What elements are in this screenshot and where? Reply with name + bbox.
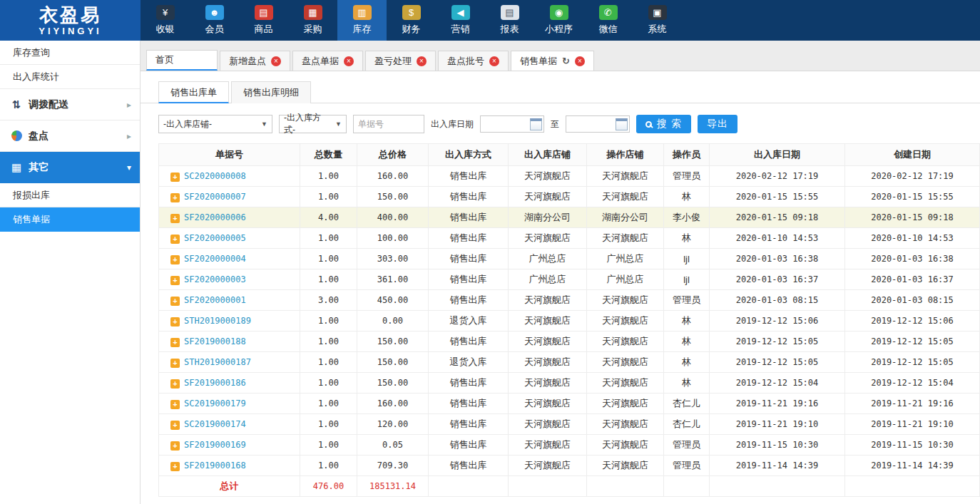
table-row[interactable]: +SF20200000013.00450.00销售出库天河旗舰店天河旗舰店管理员… bbox=[159, 290, 980, 311]
order-number-link[interactable]: SF2020000006 bbox=[184, 212, 246, 222]
table-row[interactable]: +STH20190001871.00150.00退货入库天河旗舰店天河旗舰店林2… bbox=[159, 352, 980, 373]
sidebar-item-inout-stats[interactable]: 出入库统计 bbox=[0, 65, 140, 89]
date-from-input[interactable] bbox=[480, 115, 544, 133]
sidebar-item-stocktake[interactable]: 盘点▸ bbox=[0, 120, 140, 152]
expand-icon[interactable]: + bbox=[170, 173, 180, 182]
close-icon[interactable]: × bbox=[417, 56, 427, 66]
sidebar-item-others[interactable]: ▦其它▾ bbox=[0, 152, 140, 183]
search-button[interactable]: 搜 索 bbox=[636, 115, 691, 133]
tab-new-stocktake[interactable]: 新增盘点× bbox=[220, 51, 290, 71]
expand-icon[interactable]: + bbox=[170, 421, 180, 430]
subtab-sales-out-orders[interactable]: 销售出库单 bbox=[158, 81, 229, 103]
top-nav-item-goods[interactable]: ▤商品 bbox=[239, 0, 288, 41]
cell: ljl bbox=[664, 269, 710, 290]
tab-home[interactable]: 首页 bbox=[146, 50, 218, 71]
cell: 2019-12-12 15:05 bbox=[845, 352, 980, 373]
calendar-icon[interactable] bbox=[530, 118, 542, 130]
cell: 销售出库 bbox=[429, 187, 509, 207]
order-number-link[interactable]: SF2019000186 bbox=[184, 378, 246, 388]
expand-icon[interactable]: + bbox=[170, 317, 180, 326]
order-number-link[interactable]: SF2019000169 bbox=[184, 440, 246, 450]
order-number-link[interactable]: SC2019000174 bbox=[184, 419, 246, 429]
order-number-link[interactable]: SF2020000005 bbox=[184, 233, 246, 243]
cell: 天河旗舰店 bbox=[587, 373, 664, 394]
sidebar-item-inventory-query[interactable]: 库存查询 bbox=[0, 41, 140, 65]
expand-icon[interactable]: + bbox=[170, 338, 180, 347]
sidebar-item-label: 报损出库 bbox=[13, 189, 50, 202]
close-icon[interactable]: × bbox=[489, 56, 499, 66]
expand-icon[interactable]: + bbox=[170, 297, 180, 306]
tab-stocktake-orders[interactable]: 盘点单据× bbox=[292, 51, 363, 71]
subtab-sales-out-detail[interactable]: 销售出库明细 bbox=[231, 81, 311, 103]
top-nav-item-cashier[interactable]: ¥收银 bbox=[141, 0, 190, 41]
cell: 天河旗舰店 bbox=[587, 290, 664, 311]
top-nav-item-report[interactable]: ▤报表 bbox=[485, 0, 534, 41]
top-nav-item-marketing[interactable]: ◀营销 bbox=[436, 0, 485, 41]
cell: 2019-11-14 14:39 bbox=[845, 456, 980, 476]
tab-label: 销售单据 bbox=[520, 55, 557, 68]
tab-profit-loss[interactable]: 盈亏处理× bbox=[365, 51, 436, 71]
export-button[interactable]: 导出 bbox=[698, 115, 737, 133]
close-icon[interactable]: × bbox=[575, 56, 585, 66]
table-row[interactable]: +SF20190001681.00709.30销售出库天河旗舰店天河旗舰店管理员… bbox=[159, 456, 980, 476]
outin-shop-select[interactable]: -出入库店铺- ▼ bbox=[158, 115, 272, 133]
refresh-icon[interactable]: ↻ bbox=[562, 56, 570, 66]
logo[interactable]: 衣盈易 YIYINGYI bbox=[0, 0, 141, 41]
table-row[interactable]: +SF20190001881.00150.00销售出库天河旗舰店天河旗舰店林20… bbox=[159, 331, 980, 352]
table-row[interactable]: +SF20190001691.000.05销售出库天河旗舰店天河旗舰店管理员20… bbox=[159, 435, 980, 456]
order-number-link[interactable]: SF2020000004 bbox=[184, 254, 246, 264]
date-to-input[interactable] bbox=[566, 115, 630, 133]
expand-icon[interactable]: + bbox=[170, 359, 180, 368]
table-row[interactable]: +SC20200000081.00160.00销售出库天河旗舰店天河旗舰店管理员… bbox=[159, 166, 980, 187]
order-number-link[interactable]: SF2020000007 bbox=[184, 192, 246, 202]
top-nav-item-member[interactable]: ☻会员 bbox=[190, 0, 239, 41]
order-number-link[interactable]: SF2019000188 bbox=[184, 336, 246, 346]
order-number-input[interactable] bbox=[353, 115, 424, 133]
expand-icon[interactable]: + bbox=[170, 400, 180, 409]
tab-label: 新增盘点 bbox=[229, 55, 266, 68]
close-icon[interactable]: × bbox=[344, 56, 354, 66]
table-row[interactable]: +SF20190001861.00150.00销售出库天河旗舰店天河旗舰店林20… bbox=[159, 373, 980, 394]
order-number-link[interactable]: SC2020000008 bbox=[184, 171, 246, 181]
table-row[interactable]: +SF20200000041.00303.00销售出库广州总店广州总店ljl20… bbox=[159, 249, 980, 269]
table-row[interactable]: +SF20200000031.00361.00销售出库广州总店广州总店ljl20… bbox=[159, 269, 980, 290]
top-nav-item-wechat[interactable]: ✆微信 bbox=[583, 0, 633, 41]
expand-icon[interactable]: + bbox=[170, 462, 180, 471]
top-nav-item-inventory[interactable]: ▥库存 bbox=[337, 0, 387, 41]
expand-icon[interactable]: + bbox=[170, 255, 180, 264]
table-row[interactable]: +SF20200000071.00150.00销售出库天河旗舰店天河旗舰店林20… bbox=[159, 187, 980, 207]
table-row[interactable]: +SF20200000051.00100.00销售出库天河旗舰店天河旗舰店林20… bbox=[159, 228, 980, 249]
sidebar-item-loss-out[interactable]: 报损出库 bbox=[0, 183, 140, 207]
order-number-link[interactable]: STH2019000189 bbox=[184, 316, 251, 326]
top-nav-item-system[interactable]: ▣系统 bbox=[633, 0, 682, 41]
sidebar-item-transfer-delivery[interactable]: ⇅调拨配送▸ bbox=[0, 89, 140, 120]
order-number-link[interactable]: SF2020000001 bbox=[184, 295, 246, 305]
brand-subname: YIYINGYI bbox=[39, 26, 101, 36]
calendar-icon[interactable] bbox=[616, 118, 628, 130]
tab-sales-orders[interactable]: 销售单据↻× bbox=[511, 51, 594, 71]
order-number-link[interactable]: SC2019000179 bbox=[184, 398, 246, 408]
order-number-link[interactable]: SF2020000003 bbox=[184, 274, 246, 284]
top-nav-item-purchase[interactable]: ▦采购 bbox=[288, 0, 337, 41]
outin-type-select[interactable]: -出入库方式- ▼ bbox=[279, 115, 347, 133]
sidebar-item-sales-orders[interactable]: 销售单据 bbox=[0, 207, 140, 232]
tab-stocktake-batch[interactable]: 盘点批号× bbox=[438, 51, 509, 71]
close-icon[interactable]: × bbox=[271, 56, 281, 66]
expand-icon[interactable]: + bbox=[170, 193, 180, 202]
miniprogram-icon: ◉ bbox=[550, 5, 568, 20]
expand-icon[interactable]: + bbox=[170, 276, 180, 285]
table-row[interactable]: +SF20200000064.00400.00销售出库湖南分公司湖南分公司李小俊… bbox=[159, 207, 980, 228]
table-row[interactable]: +STH20190001891.000.00退货入库天河旗舰店天河旗舰店林201… bbox=[159, 311, 980, 331]
order-number-link[interactable]: STH2019000187 bbox=[184, 357, 251, 367]
top-nav-item-finance[interactable]: $财务 bbox=[387, 0, 436, 41]
order-number-link[interactable]: SF2019000168 bbox=[184, 461, 246, 470]
expand-icon[interactable]: + bbox=[170, 235, 180, 244]
expand-icon[interactable]: + bbox=[170, 379, 180, 389]
expand-icon[interactable]: + bbox=[170, 441, 180, 451]
table-row[interactable]: +SC20190001741.00120.00销售出库天河旗舰店天河旗舰店杏仁儿… bbox=[159, 414, 980, 435]
sidebar-item-label: 销售单据 bbox=[13, 213, 50, 226]
top-nav-item-miniprogram[interactable]: ◉小程序 bbox=[534, 0, 583, 41]
cell: 0.00 bbox=[357, 311, 429, 331]
table-row[interactable]: +SC20190001791.00160.00销售出库天河旗舰店天河旗舰店杏仁儿… bbox=[159, 394, 980, 414]
expand-icon[interactable]: + bbox=[170, 214, 180, 223]
